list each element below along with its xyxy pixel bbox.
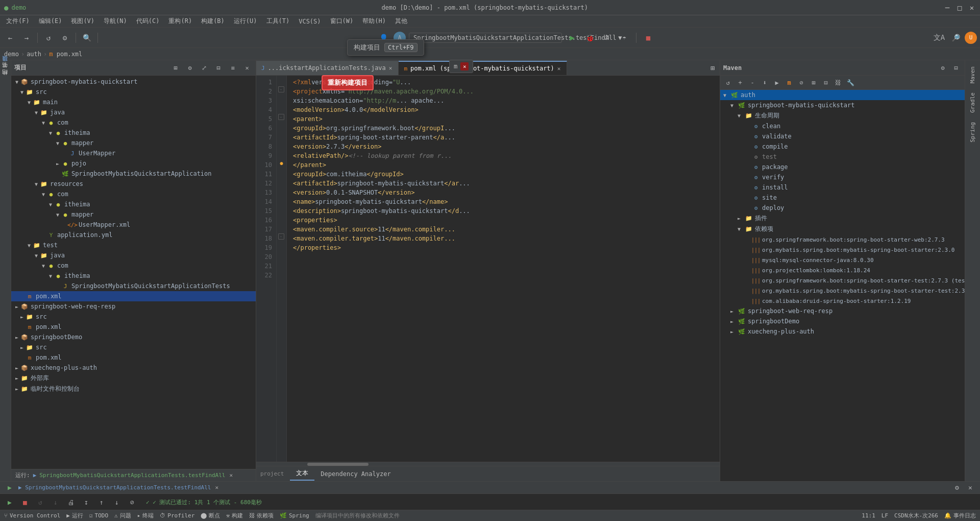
maven-remove-btn[interactable]: - [747, 77, 758, 88]
project-tab-label[interactable]: 项目 [1, 62, 10, 68]
horizontal-scrollbar[interactable] [256, 462, 720, 466]
maven-refresh-btn[interactable]: ↺ [722, 77, 733, 88]
run-config-name[interactable]: ▶ SpringbootMybatisQuickstartApplication… [18, 484, 211, 491]
up-btn[interactable]: ↑ [96, 496, 107, 508]
find-everywhere[interactable]: 🔎 [948, 31, 963, 45]
profile-button[interactable]: ⏱ [600, 31, 614, 45]
menu-help[interactable]: 帮助(H) [358, 16, 390, 27]
tree-item-src[interactable]: ▼ 📁 src [11, 87, 256, 97]
maven-m-icon[interactable]: m [783, 77, 795, 88]
maven-item-sbdemo[interactable]: ► 🌿 springbootDemo [720, 316, 965, 326]
rebuild-btn[interactable]: ↺ [35, 496, 46, 508]
menu-run[interactable]: 运行(U) [230, 16, 261, 27]
run-tab-close-icon[interactable]: ✕ [215, 484, 219, 491]
maven-item-dep4[interactable]: ||| org.projectlombok:lombok:1.18.24 [720, 265, 965, 275]
tree-item-test-java[interactable]: ▼ 📁 java [11, 250, 256, 260]
tab-dep-analyzer[interactable]: Dependency Analyzer [314, 468, 397, 480]
run-with-coverage[interactable]: ☂ [617, 31, 631, 45]
tree-item-res-mapper[interactable]: ▼ ● mapper [11, 209, 256, 220]
right-tab-spring[interactable]: Spring [968, 118, 977, 147]
maven-item-compile[interactable]: ⚙ compile [720, 141, 965, 152]
version-control-item[interactable]: ⑂ Version Control [4, 512, 60, 519]
menu-other[interactable]: 其他 [391, 16, 411, 27]
close-button[interactable]: ✕ [968, 4, 976, 12]
tree-item-scratch[interactable]: ► 📁 临时文件和控制台 [11, 384, 256, 394]
tree-item-test-com[interactable]: ▼ ● com [11, 260, 256, 271]
gutter-fold-2[interactable]: - [277, 85, 286, 94]
down-btn[interactable]: ↓ [111, 496, 122, 508]
minimize-button[interactable]: ─ [943, 4, 951, 12]
breadcrumb-pomxml[interactable]: m pom.xml [49, 51, 82, 58]
scroll-end-btn[interactable]: ↧ [81, 496, 92, 508]
run-status-item[interactable]: ▶ 运行 [66, 512, 83, 519]
delete-icon[interactable]: × [460, 62, 469, 70]
right-tab-maven[interactable]: Maven [968, 62, 977, 87]
maven-item-auth[interactable]: ▼ 🌿 auth [720, 90, 965, 100]
debug-button[interactable]: 🐞 [582, 31, 597, 45]
todo-item[interactable]: ☑ TODO [89, 512, 108, 519]
maven-item-dep3[interactable]: ||| mysql:mysql-connector-java:8.0.30 [720, 255, 965, 265]
maven-skip-test-btn[interactable]: ⊘ [796, 77, 807, 88]
tab-close-icon[interactable]: ✕ [389, 65, 393, 72]
tree-item-sbmq[interactable]: ▼ 📦 springboot-mybatis-quickstart [11, 77, 256, 87]
maven-item-dep2[interactable]: ||| org.mybatis.spring.boot:mybatis-spri… [720, 245, 965, 255]
menu-vcs[interactable]: VCS(S) [295, 17, 325, 26]
maven-item-package[interactable]: ⚙ package [720, 162, 965, 172]
breadcrumb-auth[interactable]: auth [27, 51, 41, 58]
maven-item-install[interactable]: ⚙ install [720, 182, 965, 193]
maven-settings-btn[interactable]: ⚙ [937, 62, 948, 74]
maven-add-btn[interactable]: + [734, 77, 746, 88]
tab-settings-btn[interactable]: ⊞ [705, 61, 720, 75]
run-config-dropdown[interactable]: SpringbootMybatisQuickstartApplicationTe… [409, 33, 562, 43]
tree-item-pojo[interactable]: ► ● pojo [11, 158, 256, 169]
encoding-item[interactable]: CSDN水木-次266 [894, 512, 938, 519]
menu-tools[interactable]: 工具(T) [262, 16, 294, 27]
tree-item-xcauth[interactable]: ► 📦 xuecheng-plus-auth [11, 363, 256, 373]
maven-item-lifecycle[interactable]: ▼ 📁 生命周期 [720, 110, 965, 121]
breadcrumb-demo[interactable]: demo [4, 51, 19, 58]
menu-build[interactable]: 构建(B) [197, 16, 229, 27]
maven-item-test[interactable]: ⚙ test [720, 152, 965, 162]
stop-btn[interactable]: ■ [19, 496, 31, 508]
gear-icon[interactable]: ≡ [227, 62, 238, 74]
menu-refactor[interactable]: 重构(R) [164, 16, 196, 27]
maven-item-validate[interactable]: ⚙ validate [720, 131, 965, 141]
maven-update-btn[interactable]: ⬇ [759, 77, 770, 88]
deps-item[interactable]: ⛓ 依赖项 [249, 512, 274, 519]
tree-item-appyml[interactable]: Y application.yml [11, 230, 256, 240]
position-item[interactable]: 11:1 [862, 512, 875, 519]
tree-item-java[interactable]: ▼ 📁 java [11, 107, 256, 117]
translate-icon[interactable]: 文A [932, 31, 946, 45]
tree-item-usermapper-xml[interactable]: ≺/≻ UserMapper.xml [11, 220, 256, 230]
tree-item-mapper[interactable]: ▼ ● mapper [11, 138, 256, 148]
structure-tab-label[interactable]: 结构 [1, 77, 10, 83]
profile-icon[interactable]: U [965, 32, 977, 44]
settings-icon[interactable]: ⚙ [184, 62, 195, 74]
tree-item-resources[interactable]: ▼ 📁 resources [11, 179, 256, 189]
tab-pomxml[interactable]: m pom.xml (springboot-mybatis-quickstart… [399, 61, 567, 75]
tree-item-sbdemo-src[interactable]: ► 📁 src [11, 342, 256, 352]
run-btn[interactable]: ▶ [4, 482, 15, 493]
menu-edit[interactable]: 编辑(E) [35, 16, 66, 27]
menu-navigate[interactable]: 导航(N) [100, 16, 131, 27]
print-btn[interactable]: 🖨 [65, 496, 77, 508]
tree-item-res-com[interactable]: ▼ ● com [11, 189, 256, 199]
tab-text[interactable]: 文本 [290, 467, 314, 481]
tree-item-pomxml[interactable]: m pom.xml [11, 291, 256, 301]
tree-item-external[interactable]: ► 📁 外部库 [11, 373, 256, 384]
tab-test[interactable]: J ...ickstartApplicationTests.java ✕ [256, 61, 399, 75]
maven-item-clean[interactable]: ⚙ clean [720, 121, 965, 131]
fold-icon[interactable]: - [278, 114, 284, 120]
maven-item-dep5[interactable]: ||| org.springframework.boot:spring-boot… [720, 275, 965, 286]
tree-item-test-class[interactable]: J SpringbootMybatisQuickstartApplication… [11, 281, 256, 291]
maven-item-verify[interactable]: ⚙ verify [720, 172, 965, 182]
maven-item-plugins[interactable]: ► 📁 插件 [720, 213, 965, 224]
toolbar-forward[interactable]: → [19, 31, 34, 45]
maven-item-dep7[interactable]: ||| com.alibaba:druid-spring-boot-starte… [720, 296, 965, 306]
maximize-button[interactable]: □ [955, 4, 964, 12]
expand-icon[interactable]: ⤢ [199, 62, 210, 74]
fold-icon[interactable]: - [278, 86, 284, 92]
maven-item-site[interactable]: ⚙ site [720, 193, 965, 203]
toolbar-search[interactable]: 🔍 [80, 31, 94, 45]
tree-item-sbrr-pom[interactable]: m pom.xml [11, 322, 256, 332]
